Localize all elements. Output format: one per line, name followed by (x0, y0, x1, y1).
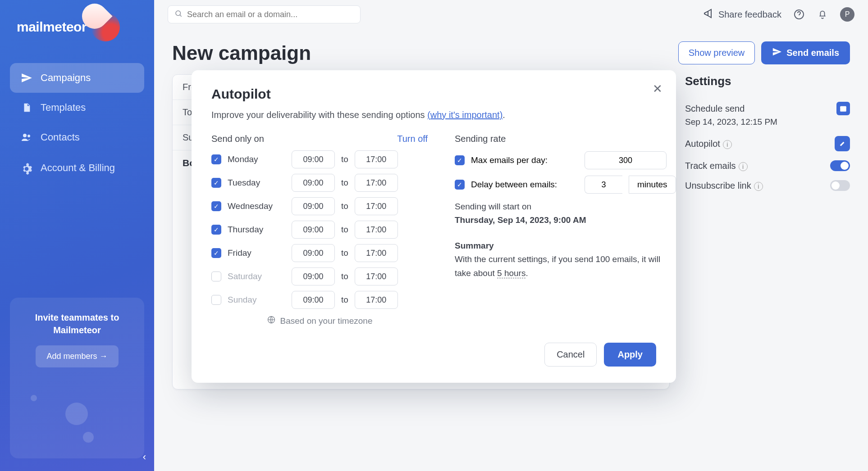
chevron-left-icon: ‹ (143, 451, 146, 462)
info-icon[interactable]: i (754, 182, 763, 191)
max-per-day-input[interactable] (585, 151, 667, 169)
day-to-input[interactable] (355, 150, 398, 168)
sidebar-item-contacts[interactable]: Contacts (10, 122, 144, 152)
day-row-sunday: Sundayto (211, 291, 428, 309)
send-only-on-label: Send only on (211, 134, 264, 144)
invite-illustration (19, 372, 135, 448)
close-icon: ✕ (653, 82, 662, 95)
sidebar-collapse-button[interactable]: ‹ (143, 451, 146, 463)
day-to-input[interactable] (355, 174, 398, 192)
day-label: Thursday (228, 225, 285, 235)
day-from-input[interactable] (292, 267, 335, 285)
day-checkbox-wednesday[interactable]: ✓ (211, 201, 221, 211)
day-checkbox-tuesday[interactable]: ✓ (211, 178, 221, 188)
cancel-button[interactable]: Cancel (544, 343, 597, 367)
schedule-send-row[interactable]: Schedule send (685, 97, 850, 120)
help-icon[interactable] (793, 9, 805, 20)
paper-plane-icon (772, 47, 782, 59)
gear-icon (21, 163, 32, 175)
search-input[interactable] (187, 10, 354, 19)
day-from-input[interactable] (292, 244, 335, 262)
meteor-icon (91, 13, 120, 41)
day-row-thursday: ✓Thursdayto (211, 221, 428, 239)
max-per-day-row: ✓ Max emails per day: (455, 151, 676, 169)
sidebar: mailmeteor Campaigns Templates Contacts … (0, 0, 154, 471)
day-checkbox-sunday[interactable] (211, 295, 221, 305)
autopilot-modal: ✕ Autopilot Improve your deliverability … (192, 70, 676, 383)
settings-panel: Settings Schedule send Sep 14, 2023, 12:… (685, 74, 850, 389)
autopilot-row[interactable]: Autopiloti (685, 131, 850, 156)
invite-teammates-card: Invite teammates to Mailmeteor Add membe… (10, 298, 144, 458)
day-row-tuesday: ✓Tuesdayto (211, 174, 428, 192)
day-row-saturday: Saturdayto (211, 267, 428, 285)
wand-icon (838, 139, 846, 149)
day-to-input[interactable] (355, 221, 398, 239)
day-to-input[interactable] (355, 267, 398, 285)
track-emails-row: Track emailsi (685, 156, 850, 176)
delay-input[interactable] (585, 176, 622, 194)
to-separator: to (341, 248, 348, 258)
svg-point-0 (23, 134, 27, 137)
sidebar-item-account-billing[interactable]: Account & Billing (10, 152, 144, 184)
file-icon (21, 102, 32, 113)
svg-rect-4 (840, 106, 846, 112)
rate-summary-column: Sending rate ✓ Max emails per day: ✓ Del… (455, 134, 676, 326)
search-icon (174, 9, 183, 19)
day-to-input[interactable] (355, 197, 398, 215)
day-checkbox-saturday[interactable] (211, 272, 221, 281)
show-preview-button[interactable]: Show preview (678, 41, 755, 64)
summary-block: Summary With the current settings, if yo… (455, 239, 676, 280)
day-checkbox-thursday[interactable]: ✓ (211, 225, 221, 235)
day-from-input[interactable] (292, 174, 335, 192)
calendar-icon[interactable] (836, 102, 850, 115)
users-icon (21, 131, 32, 143)
to-separator: to (341, 272, 348, 281)
sending-start-block: Sending will start on Thursday, Sep 14, … (455, 200, 676, 227)
delay-row: ✓ Delay between emails: minutes (455, 176, 676, 194)
summary-duration[interactable]: 5 hours (497, 268, 525, 278)
day-to-input[interactable] (355, 244, 398, 262)
info-icon[interactable]: i (723, 140, 732, 149)
brand-logo[interactable]: mailmeteor (10, 13, 144, 41)
day-row-friday: ✓Fridayto (211, 244, 428, 262)
day-from-input[interactable] (292, 150, 335, 168)
autopilot-edit-button[interactable] (835, 136, 850, 151)
day-label: Saturday (228, 272, 285, 281)
bell-icon[interactable] (817, 9, 828, 20)
sidebar-item-templates[interactable]: Templates (10, 93, 144, 122)
schedule-send-value: Sep 14, 2023, 12:15 PM (685, 117, 850, 127)
sidebar-item-label: Campaigns (41, 72, 91, 84)
paper-plane-icon (21, 72, 32, 84)
day-from-input[interactable] (292, 197, 335, 215)
settings-title: Settings (685, 74, 850, 88)
invite-title: Invite teammates to Mailmeteor (19, 311, 135, 336)
add-members-button[interactable]: Add members → (36, 345, 118, 367)
svg-point-2 (176, 11, 181, 16)
share-feedback-button[interactable]: Share feedback (703, 8, 781, 21)
unsubscribe-toggle[interactable] (830, 180, 850, 191)
day-from-input[interactable] (292, 221, 335, 239)
send-emails-button[interactable]: Send emails (761, 41, 850, 64)
day-row-monday: ✓Mondayto (211, 150, 428, 168)
track-emails-toggle[interactable] (830, 160, 850, 171)
why-important-link[interactable]: (why it's important) (427, 110, 503, 120)
day-checkbox-friday[interactable]: ✓ (211, 248, 221, 258)
modal-title: Autopilot (211, 86, 656, 102)
info-icon[interactable]: i (739, 162, 748, 171)
day-from-input[interactable] (292, 291, 335, 309)
sidebar-item-campaigns[interactable]: Campaigns (10, 63, 144, 93)
apply-button[interactable]: Apply (604, 343, 656, 367)
modal-close-button[interactable]: ✕ (653, 82, 662, 96)
turn-off-link[interactable]: Turn off (397, 134, 428, 144)
day-to-input[interactable] (355, 291, 398, 309)
to-separator: to (341, 201, 348, 211)
day-label: Tuesday (228, 178, 285, 188)
day-checkbox-monday[interactable]: ✓ (211, 154, 221, 164)
day-label: Monday (228, 154, 285, 164)
max-per-day-checkbox[interactable]: ✓ (455, 155, 465, 165)
search-field[interactable] (168, 5, 361, 23)
delay-checkbox[interactable]: ✓ (455, 180, 465, 190)
user-avatar[interactable]: P (840, 7, 854, 22)
delay-label: Delay between emails: (471, 180, 578, 190)
delay-unit: minutes (629, 176, 676, 194)
